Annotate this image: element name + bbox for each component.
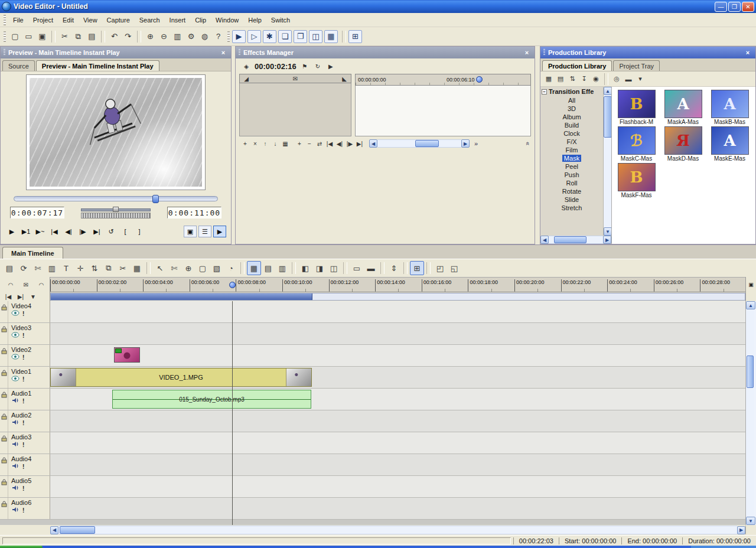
visible-range-track[interactable] [50, 293, 745, 301]
track-content-video1[interactable]: VIDEO_1.MPG [50, 367, 745, 388]
track-content-video2[interactable] [50, 345, 745, 366]
menu-view[interactable]: View [79, 14, 102, 26]
prev-frame-icon[interactable]: ◀| [62, 226, 75, 237]
close-icon[interactable]: × [522, 48, 532, 57]
trim-left-icon[interactable]: ◢ [242, 74, 251, 83]
scissors-tool-icon[interactable]: ✄ [167, 261, 181, 275]
layout-grid-icon[interactable]: ⊞ [348, 30, 362, 43]
ripple-edit-icon[interactable]: ▭ [350, 261, 364, 275]
track-header[interactable]: Audio5! [0, 476, 50, 497]
zoom-tool-icon[interactable]: ⊕ [181, 261, 195, 275]
track-lock-icon[interactable] [0, 410, 8, 432]
track-collapse-icon[interactable]: ▼ [28, 292, 38, 302]
import-media-icon[interactable]: ↧ [578, 73, 590, 85]
library-thumbnail[interactable]: AMaskE-Mas [707, 126, 752, 162]
timeline-ruler[interactable]: 00:00:00:0000:00:02:0000:00:04:0000:00:0… [50, 277, 745, 292]
close-button[interactable]: ✕ [742, 2, 754, 12]
scroll-track[interactable] [377, 139, 461, 148]
close-icon[interactable]: × [219, 48, 228, 57]
go-start-icon[interactable]: |◀ [48, 226, 61, 237]
first-frame-icon[interactable]: |◀ [325, 139, 334, 148]
keyframe-area[interactable] [239, 83, 351, 136]
dual-window-icon[interactable]: ◱ [447, 261, 461, 275]
menu-search[interactable]: Search [135, 14, 165, 26]
chevron-right-icon[interactable]: » [474, 140, 478, 147]
track-visibility-icon[interactable] [11, 354, 19, 361]
track-header[interactable]: Audio6! [0, 498, 50, 519]
trim-right-icon[interactable]: ◣ [340, 74, 349, 83]
insert-video-icon[interactable]: ⟳ [17, 261, 31, 275]
tree-item-film[interactable]: Film [540, 146, 603, 154]
track-speaker-icon[interactable] [11, 463, 19, 470]
split-by-scene-icon[interactable]: ✄ [31, 261, 45, 275]
snap-grid-icon[interactable]: ⊞ [410, 261, 424, 275]
track-visibility-icon[interactable] [11, 310, 19, 317]
multi-trim-icon[interactable]: ▦ [130, 261, 144, 275]
prev-keyframe-icon[interactable]: ↑ [260, 139, 270, 148]
help-icon[interactable]: ? [211, 30, 225, 43]
clip-image[interactable] [114, 347, 140, 363]
insert-clip-right-icon[interactable]: ◨ [312, 261, 327, 275]
effects-scrollbar[interactable]: ◀ ▶ [369, 139, 470, 148]
go-end-icon[interactable]: ▶| [90, 226, 103, 237]
scroll-thumb[interactable] [415, 140, 439, 147]
track-header[interactable]: Video2! [0, 345, 50, 366]
tab-main-timeline[interactable]: Main Timeline [2, 247, 63, 259]
track-tool-icon[interactable]: ▧ [210, 261, 224, 275]
instant-play-mode-icon[interactable]: ▶ [213, 226, 226, 237]
tree-item-all[interactable]: All [540, 96, 603, 105]
disable-instant-play-icon[interactable]: ▷ [247, 30, 261, 43]
scroll-left-icon[interactable]: ◀ [50, 526, 58, 534]
tree-hscrollbar[interactable]: ◀ ▶ [540, 236, 611, 244]
playhead-thumb[interactable] [229, 282, 236, 288]
library-thumbnail[interactable]: BMaskF-Mas [614, 163, 659, 198]
next-frame2-icon[interactable]: |▶ [345, 139, 354, 148]
jog-wheel[interactable] [81, 213, 151, 218]
track-lock-icon[interactable] [0, 301, 8, 322]
time-select-icon[interactable]: ◔ [224, 261, 238, 275]
scroll-track[interactable] [58, 526, 737, 534]
storyboard-view-icon[interactable]: ▦ [247, 261, 261, 275]
save-project-icon[interactable]: ▣ [35, 30, 49, 43]
scrub-play-icon[interactable]: ▶~ [34, 226, 47, 237]
video-file-icon[interactable]: ▬ [623, 73, 634, 85]
scroll-right-icon[interactable]: ▶ [737, 526, 745, 534]
options-menu-icon[interactable]: ▾ [634, 73, 646, 85]
track-lock-icon[interactable] [0, 367, 8, 388]
next-keyframe-icon[interactable]: ↓ [271, 139, 280, 148]
track-lock-icon[interactable] [0, 389, 8, 410]
track-visibility-icon[interactable] [11, 332, 19, 339]
add-cue-icon[interactable]: + [295, 139, 304, 148]
redo-icon[interactable]: ↷ [121, 30, 135, 43]
instant-play-icon[interactable]: ▶ [232, 30, 246, 43]
scroll-left-icon[interactable]: ◀ [540, 236, 549, 244]
play-clip-icon[interactable]: ▶1 [19, 226, 32, 237]
thumbnail-image[interactable]: B [618, 163, 656, 191]
track-lock-icon[interactable] [0, 345, 8, 366]
library-thumbnail[interactable]: AMaskB-Mas [707, 90, 752, 125]
tree-item-3d[interactable]: 3D [540, 105, 603, 113]
visible-range-bar[interactable] [51, 293, 312, 300]
scroll-up-icon[interactable]: ▲ [746, 301, 755, 309]
scroll-thumb[interactable] [604, 96, 611, 138]
selection-tool-icon[interactable]: ↖ [153, 261, 167, 275]
tree-item-build[interactable]: Build [540, 121, 603, 129]
menu-window[interactable]: Window [211, 14, 243, 26]
tab-preview-main-timeline[interactable]: Preview - Main Timeline Instant Play [36, 60, 159, 71]
thumbnail-image[interactable]: ℬ [618, 126, 656, 155]
scroll-track[interactable] [549, 236, 603, 244]
mark-in-icon[interactable]: [ [119, 226, 132, 237]
range-lock-icon[interactable]: ▣ [748, 282, 754, 288]
film-reel-icon[interactable]: ◎ [611, 73, 623, 85]
shuttle-slider[interactable] [81, 207, 151, 212]
track-content-audio5[interactable] [50, 476, 745, 497]
zoom-in-icon[interactable]: ⊕ [144, 30, 157, 43]
tree-item-album[interactable]: Album [540, 113, 603, 121]
effects-canvas[interactable] [355, 86, 531, 136]
mark-out-icon[interactable]: ] [133, 226, 146, 237]
keyframe-mini-ruler[interactable]: ◢✉◣ [239, 74, 351, 83]
tree-item-rotate[interactable]: Rotate [540, 187, 603, 195]
library-window-icon[interactable]: ◫ [309, 30, 322, 43]
track-header[interactable]: Audio4! [0, 454, 50, 475]
preview-window-icon[interactable]: ❐ [294, 30, 307, 43]
